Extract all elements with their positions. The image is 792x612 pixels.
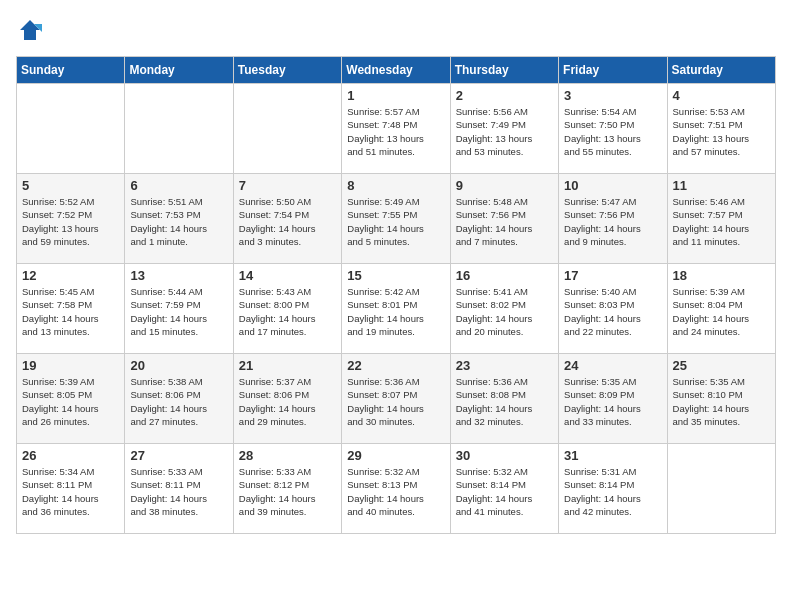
day-info: Sunrise: 5:35 AM Sunset: 8:09 PM Dayligh… [564, 375, 661, 428]
day-number: 2 [456, 88, 553, 103]
day-number: 30 [456, 448, 553, 463]
day-info: Sunrise: 5:33 AM Sunset: 8:11 PM Dayligh… [130, 465, 227, 518]
column-header-monday: Monday [125, 57, 233, 84]
column-header-tuesday: Tuesday [233, 57, 341, 84]
week-row-4: 19Sunrise: 5:39 AM Sunset: 8:05 PM Dayli… [17, 354, 776, 444]
day-cell: 19Sunrise: 5:39 AM Sunset: 8:05 PM Dayli… [17, 354, 125, 444]
day-number: 21 [239, 358, 336, 373]
day-number: 31 [564, 448, 661, 463]
day-cell: 26Sunrise: 5:34 AM Sunset: 8:11 PM Dayli… [17, 444, 125, 534]
day-info: Sunrise: 5:33 AM Sunset: 8:12 PM Dayligh… [239, 465, 336, 518]
day-info: Sunrise: 5:49 AM Sunset: 7:55 PM Dayligh… [347, 195, 444, 248]
logo-icon [16, 16, 44, 44]
day-number: 6 [130, 178, 227, 193]
day-cell: 9Sunrise: 5:48 AM Sunset: 7:56 PM Daylig… [450, 174, 558, 264]
day-number: 26 [22, 448, 119, 463]
day-cell: 13Sunrise: 5:44 AM Sunset: 7:59 PM Dayli… [125, 264, 233, 354]
column-header-saturday: Saturday [667, 57, 775, 84]
day-info: Sunrise: 5:57 AM Sunset: 7:48 PM Dayligh… [347, 105, 444, 158]
day-cell: 21Sunrise: 5:37 AM Sunset: 8:06 PM Dayli… [233, 354, 341, 444]
day-cell: 10Sunrise: 5:47 AM Sunset: 7:56 PM Dayli… [559, 174, 667, 264]
day-cell: 6Sunrise: 5:51 AM Sunset: 7:53 PM Daylig… [125, 174, 233, 264]
day-number: 22 [347, 358, 444, 373]
day-number: 18 [673, 268, 770, 283]
day-number: 15 [347, 268, 444, 283]
day-number: 3 [564, 88, 661, 103]
day-number: 4 [673, 88, 770, 103]
day-cell: 11Sunrise: 5:46 AM Sunset: 7:57 PM Dayli… [667, 174, 775, 264]
day-info: Sunrise: 5:54 AM Sunset: 7:50 PM Dayligh… [564, 105, 661, 158]
day-cell: 25Sunrise: 5:35 AM Sunset: 8:10 PM Dayli… [667, 354, 775, 444]
day-info: Sunrise: 5:53 AM Sunset: 7:51 PM Dayligh… [673, 105, 770, 158]
day-info: Sunrise: 5:41 AM Sunset: 8:02 PM Dayligh… [456, 285, 553, 338]
day-number: 8 [347, 178, 444, 193]
day-info: Sunrise: 5:46 AM Sunset: 7:57 PM Dayligh… [673, 195, 770, 248]
day-cell: 2Sunrise: 5:56 AM Sunset: 7:49 PM Daylig… [450, 84, 558, 174]
day-number: 24 [564, 358, 661, 373]
day-cell: 4Sunrise: 5:53 AM Sunset: 7:51 PM Daylig… [667, 84, 775, 174]
column-header-thursday: Thursday [450, 57, 558, 84]
day-cell: 5Sunrise: 5:52 AM Sunset: 7:52 PM Daylig… [17, 174, 125, 264]
day-cell: 27Sunrise: 5:33 AM Sunset: 8:11 PM Dayli… [125, 444, 233, 534]
day-number: 12 [22, 268, 119, 283]
day-cell: 20Sunrise: 5:38 AM Sunset: 8:06 PM Dayli… [125, 354, 233, 444]
day-cell: 22Sunrise: 5:36 AM Sunset: 8:07 PM Dayli… [342, 354, 450, 444]
day-cell: 29Sunrise: 5:32 AM Sunset: 8:13 PM Dayli… [342, 444, 450, 534]
day-number: 16 [456, 268, 553, 283]
day-cell: 18Sunrise: 5:39 AM Sunset: 8:04 PM Dayli… [667, 264, 775, 354]
day-number: 29 [347, 448, 444, 463]
day-info: Sunrise: 5:40 AM Sunset: 8:03 PM Dayligh… [564, 285, 661, 338]
week-row-5: 26Sunrise: 5:34 AM Sunset: 8:11 PM Dayli… [17, 444, 776, 534]
day-cell: 1Sunrise: 5:57 AM Sunset: 7:48 PM Daylig… [342, 84, 450, 174]
day-info: Sunrise: 5:32 AM Sunset: 8:14 PM Dayligh… [456, 465, 553, 518]
day-number: 9 [456, 178, 553, 193]
column-header-wednesday: Wednesday [342, 57, 450, 84]
day-number: 7 [239, 178, 336, 193]
day-info: Sunrise: 5:50 AM Sunset: 7:54 PM Dayligh… [239, 195, 336, 248]
day-number: 23 [456, 358, 553, 373]
day-cell: 7Sunrise: 5:50 AM Sunset: 7:54 PM Daylig… [233, 174, 341, 264]
day-cell: 24Sunrise: 5:35 AM Sunset: 8:09 PM Dayli… [559, 354, 667, 444]
day-cell: 28Sunrise: 5:33 AM Sunset: 8:12 PM Dayli… [233, 444, 341, 534]
week-row-2: 5Sunrise: 5:52 AM Sunset: 7:52 PM Daylig… [17, 174, 776, 264]
day-info: Sunrise: 5:39 AM Sunset: 8:05 PM Dayligh… [22, 375, 119, 428]
day-info: Sunrise: 5:34 AM Sunset: 8:11 PM Dayligh… [22, 465, 119, 518]
logo [16, 16, 48, 44]
day-number: 11 [673, 178, 770, 193]
day-cell: 15Sunrise: 5:42 AM Sunset: 8:01 PM Dayli… [342, 264, 450, 354]
page-header [16, 16, 776, 44]
day-cell [17, 84, 125, 174]
day-number: 25 [673, 358, 770, 373]
day-number: 17 [564, 268, 661, 283]
day-info: Sunrise: 5:35 AM Sunset: 8:10 PM Dayligh… [673, 375, 770, 428]
day-cell: 14Sunrise: 5:43 AM Sunset: 8:00 PM Dayli… [233, 264, 341, 354]
day-info: Sunrise: 5:52 AM Sunset: 7:52 PM Dayligh… [22, 195, 119, 248]
week-row-1: 1Sunrise: 5:57 AM Sunset: 7:48 PM Daylig… [17, 84, 776, 174]
column-header-friday: Friday [559, 57, 667, 84]
column-header-sunday: Sunday [17, 57, 125, 84]
day-cell: 23Sunrise: 5:36 AM Sunset: 8:08 PM Dayli… [450, 354, 558, 444]
day-number: 20 [130, 358, 227, 373]
day-info: Sunrise: 5:44 AM Sunset: 7:59 PM Dayligh… [130, 285, 227, 338]
day-number: 14 [239, 268, 336, 283]
day-info: Sunrise: 5:45 AM Sunset: 7:58 PM Dayligh… [22, 285, 119, 338]
calendar-table: SundayMondayTuesdayWednesdayThursdayFrid… [16, 56, 776, 534]
day-info: Sunrise: 5:43 AM Sunset: 8:00 PM Dayligh… [239, 285, 336, 338]
day-info: Sunrise: 5:31 AM Sunset: 8:14 PM Dayligh… [564, 465, 661, 518]
day-info: Sunrise: 5:48 AM Sunset: 7:56 PM Dayligh… [456, 195, 553, 248]
day-cell: 17Sunrise: 5:40 AM Sunset: 8:03 PM Dayli… [559, 264, 667, 354]
week-row-3: 12Sunrise: 5:45 AM Sunset: 7:58 PM Dayli… [17, 264, 776, 354]
day-cell: 30Sunrise: 5:32 AM Sunset: 8:14 PM Dayli… [450, 444, 558, 534]
header-row: SundayMondayTuesdayWednesdayThursdayFrid… [17, 57, 776, 84]
day-info: Sunrise: 5:32 AM Sunset: 8:13 PM Dayligh… [347, 465, 444, 518]
day-cell [125, 84, 233, 174]
day-number: 27 [130, 448, 227, 463]
day-info: Sunrise: 5:39 AM Sunset: 8:04 PM Dayligh… [673, 285, 770, 338]
day-number: 19 [22, 358, 119, 373]
day-number: 28 [239, 448, 336, 463]
day-cell: 31Sunrise: 5:31 AM Sunset: 8:14 PM Dayli… [559, 444, 667, 534]
day-cell: 16Sunrise: 5:41 AM Sunset: 8:02 PM Dayli… [450, 264, 558, 354]
day-number: 13 [130, 268, 227, 283]
day-number: 10 [564, 178, 661, 193]
day-cell: 12Sunrise: 5:45 AM Sunset: 7:58 PM Dayli… [17, 264, 125, 354]
